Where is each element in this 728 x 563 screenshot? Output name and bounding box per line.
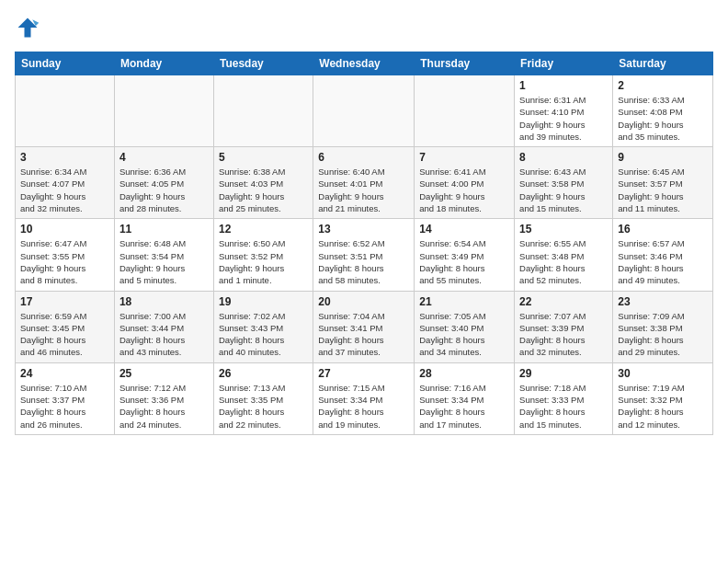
day-detail: Sunrise: 7:16 AM Sunset: 3:34 PM Dayligh… <box>419 382 509 431</box>
day-number: 8 <box>519 151 608 164</box>
calendar-cell: 14Sunrise: 6:54 AM Sunset: 3:49 PM Dayli… <box>415 219 515 291</box>
day-detail: Sunrise: 6:33 AM Sunset: 4:08 PM Dayligh… <box>618 94 708 143</box>
calendar-cell: 9Sunrise: 6:45 AM Sunset: 3:57 PM Daylig… <box>613 147 713 219</box>
day-number: 27 <box>318 367 409 380</box>
calendar-cell: 8Sunrise: 6:43 AM Sunset: 3:58 PM Daylig… <box>515 147 613 219</box>
day-number: 15 <box>519 223 608 236</box>
page: SundayMondayTuesdayWednesdayThursdayFrid… <box>0 0 728 563</box>
calendar-cell: 28Sunrise: 7:16 AM Sunset: 3:34 PM Dayli… <box>415 362 515 434</box>
day-number: 4 <box>119 151 209 164</box>
calendar-cell: 12Sunrise: 6:50 AM Sunset: 3:52 PM Dayli… <box>213 219 313 291</box>
calendar-cell: 21Sunrise: 7:05 AM Sunset: 3:40 PM Dayli… <box>415 291 515 362</box>
calendar-cell: 7Sunrise: 6:41 AM Sunset: 4:00 PM Daylig… <box>415 147 515 219</box>
calendar-cell: 13Sunrise: 6:52 AM Sunset: 3:51 PM Dayli… <box>313 219 415 291</box>
header-friday: Friday <box>515 52 613 75</box>
day-number: 30 <box>618 367 708 380</box>
header-saturday: Saturday <box>613 52 713 75</box>
header-sunday: Sunday <box>16 52 115 75</box>
calendar-week-row: 1Sunrise: 6:31 AM Sunset: 4:10 PM Daylig… <box>16 75 713 147</box>
day-number: 10 <box>20 223 109 236</box>
calendar-cell: 3Sunrise: 6:34 AM Sunset: 4:07 PM Daylig… <box>16 147 115 219</box>
day-number: 23 <box>618 295 708 308</box>
calendar-week-row: 17Sunrise: 6:59 AM Sunset: 3:45 PM Dayli… <box>16 291 713 362</box>
header-tuesday: Tuesday <box>213 52 313 75</box>
day-detail: Sunrise: 6:54 AM Sunset: 3:49 PM Dayligh… <box>419 237 509 286</box>
day-detail: Sunrise: 7:12 AM Sunset: 3:36 PM Dayligh… <box>119 382 209 431</box>
day-detail: Sunrise: 6:47 AM Sunset: 3:55 PM Dayligh… <box>20 237 109 286</box>
header <box>15 15 713 40</box>
day-detail: Sunrise: 6:43 AM Sunset: 3:58 PM Dayligh… <box>519 166 608 214</box>
day-detail: Sunrise: 6:55 AM Sunset: 3:48 PM Dayligh… <box>519 237 608 286</box>
day-detail: Sunrise: 6:40 AM Sunset: 4:01 PM Dayligh… <box>318 166 409 214</box>
calendar-cell: 6Sunrise: 6:40 AM Sunset: 4:01 PM Daylig… <box>313 147 415 219</box>
day-number: 6 <box>318 151 409 164</box>
calendar-cell: 25Sunrise: 7:12 AM Sunset: 3:36 PM Dayli… <box>114 362 213 434</box>
day-number: 22 <box>519 295 608 308</box>
day-detail: Sunrise: 7:09 AM Sunset: 3:38 PM Dayligh… <box>618 310 708 359</box>
day-number: 9 <box>618 151 708 164</box>
day-detail: Sunrise: 7:02 AM Sunset: 3:43 PM Dayligh… <box>219 310 308 359</box>
day-number: 28 <box>419 367 509 380</box>
header-thursday: Thursday <box>415 52 515 75</box>
calendar-cell: 10Sunrise: 6:47 AM Sunset: 3:55 PM Dayli… <box>16 219 115 291</box>
calendar-week-row: 3Sunrise: 6:34 AM Sunset: 4:07 PM Daylig… <box>16 147 713 219</box>
day-number: 19 <box>219 295 308 308</box>
day-detail: Sunrise: 7:18 AM Sunset: 3:33 PM Dayligh… <box>519 382 608 431</box>
day-number: 11 <box>119 223 209 236</box>
calendar-cell: 29Sunrise: 7:18 AM Sunset: 3:33 PM Dayli… <box>515 362 613 434</box>
day-detail: Sunrise: 6:36 AM Sunset: 4:05 PM Dayligh… <box>119 166 209 214</box>
day-number: 5 <box>219 151 308 164</box>
day-number: 2 <box>618 79 708 92</box>
calendar-cell <box>415 75 515 147</box>
day-number: 29 <box>519 367 608 380</box>
calendar-cell: 22Sunrise: 7:07 AM Sunset: 3:39 PM Dayli… <box>515 291 613 362</box>
calendar-cell: 15Sunrise: 6:55 AM Sunset: 3:48 PM Dayli… <box>515 219 613 291</box>
day-detail: Sunrise: 6:31 AM Sunset: 4:10 PM Dayligh… <box>519 94 608 143</box>
day-detail: Sunrise: 7:19 AM Sunset: 3:32 PM Dayligh… <box>618 382 708 431</box>
calendar-cell: 4Sunrise: 6:36 AM Sunset: 4:05 PM Daylig… <box>114 147 213 219</box>
day-detail: Sunrise: 7:05 AM Sunset: 3:40 PM Dayligh… <box>419 310 509 359</box>
day-number: 3 <box>20 151 109 164</box>
day-detail: Sunrise: 6:48 AM Sunset: 3:54 PM Dayligh… <box>119 237 209 286</box>
day-number: 26 <box>219 367 308 380</box>
calendar-header-row: SundayMondayTuesdayWednesdayThursdayFrid… <box>16 52 713 75</box>
calendar-cell <box>16 75 115 147</box>
header-wednesday: Wednesday <box>313 52 415 75</box>
calendar-cell: 17Sunrise: 6:59 AM Sunset: 3:45 PM Dayli… <box>16 291 115 362</box>
day-number: 12 <box>219 223 308 236</box>
calendar-cell: 5Sunrise: 6:38 AM Sunset: 4:03 PM Daylig… <box>213 147 313 219</box>
calendar-cell: 16Sunrise: 6:57 AM Sunset: 3:46 PM Dayli… <box>613 219 713 291</box>
header-monday: Monday <box>114 52 213 75</box>
day-number: 13 <box>318 223 409 236</box>
calendar-cell: 11Sunrise: 6:48 AM Sunset: 3:54 PM Dayli… <box>114 219 213 291</box>
day-detail: Sunrise: 7:13 AM Sunset: 3:35 PM Dayligh… <box>219 382 308 431</box>
calendar-cell: 1Sunrise: 6:31 AM Sunset: 4:10 PM Daylig… <box>515 75 613 147</box>
day-detail: Sunrise: 6:50 AM Sunset: 3:52 PM Dayligh… <box>219 237 308 286</box>
calendar-cell: 30Sunrise: 7:19 AM Sunset: 3:32 PM Dayli… <box>613 362 713 434</box>
day-detail: Sunrise: 7:04 AM Sunset: 3:41 PM Dayligh… <box>318 310 409 359</box>
calendar: SundayMondayTuesdayWednesdayThursdayFrid… <box>15 52 713 435</box>
day-detail: Sunrise: 6:57 AM Sunset: 3:46 PM Dayligh… <box>618 237 708 286</box>
day-detail: Sunrise: 6:59 AM Sunset: 3:45 PM Dayligh… <box>20 310 109 359</box>
day-detail: Sunrise: 6:38 AM Sunset: 4:03 PM Dayligh… <box>219 166 308 214</box>
day-detail: Sunrise: 7:07 AM Sunset: 3:39 PM Dayligh… <box>519 310 608 359</box>
calendar-cell: 23Sunrise: 7:09 AM Sunset: 3:38 PM Dayli… <box>613 291 713 362</box>
day-number: 16 <box>618 223 708 236</box>
calendar-week-row: 24Sunrise: 7:10 AM Sunset: 3:37 PM Dayli… <box>16 362 713 434</box>
calendar-cell: 20Sunrise: 7:04 AM Sunset: 3:41 PM Dayli… <box>313 291 415 362</box>
calendar-cell: 18Sunrise: 7:00 AM Sunset: 3:44 PM Dayli… <box>114 291 213 362</box>
day-detail: Sunrise: 6:45 AM Sunset: 3:57 PM Dayligh… <box>618 166 708 214</box>
day-detail: Sunrise: 6:52 AM Sunset: 3:51 PM Dayligh… <box>318 237 409 286</box>
day-detail: Sunrise: 6:41 AM Sunset: 4:00 PM Dayligh… <box>419 166 509 214</box>
day-detail: Sunrise: 7:00 AM Sunset: 3:44 PM Dayligh… <box>119 310 209 359</box>
day-detail: Sunrise: 7:15 AM Sunset: 3:34 PM Dayligh… <box>318 382 409 431</box>
calendar-cell: 19Sunrise: 7:02 AM Sunset: 3:43 PM Dayli… <box>213 291 313 362</box>
day-number: 24 <box>20 367 109 380</box>
calendar-cell <box>213 75 313 147</box>
day-detail: Sunrise: 6:34 AM Sunset: 4:07 PM Dayligh… <box>20 166 109 214</box>
calendar-cell <box>313 75 415 147</box>
day-number: 7 <box>419 151 509 164</box>
day-number: 21 <box>419 295 509 308</box>
day-number: 1 <box>519 79 608 92</box>
day-number: 25 <box>119 367 209 380</box>
